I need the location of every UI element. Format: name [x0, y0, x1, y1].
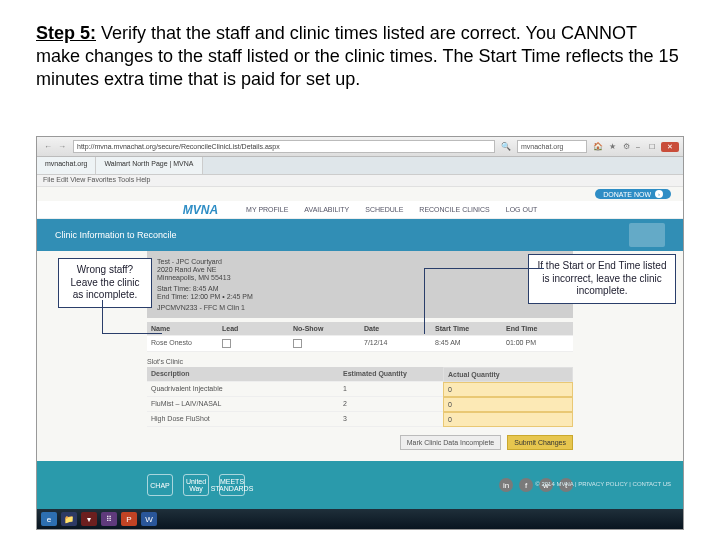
search-icon: 🔍	[501, 142, 511, 152]
logo-chap: CHAP	[147, 474, 173, 496]
nav-availability[interactable]: AVAILABILITY	[304, 206, 349, 213]
facebook-icon[interactable]: f	[519, 478, 533, 492]
search-provider[interactable]: mvnachat.org	[517, 140, 587, 153]
clinic-addr2: Minneapolis, MN 55413	[157, 274, 563, 281]
site-nav: MVNA MY PROFILE AVAILABILITY SCHEDULE RE…	[37, 201, 683, 219]
th-date: Date	[360, 322, 431, 336]
callout-time-incorrect: If the Start or End Time listed is incor…	[528, 254, 676, 304]
qty-row-3: High Dose FluShot 3 0	[147, 412, 573, 427]
noshow-checkbox[interactable]	[293, 339, 302, 348]
qh-est: Estimated Quantity	[339, 367, 443, 382]
qa1[interactable]: 0	[443, 382, 573, 397]
clinic-info: Test - JPC Courtyard 2020 Rand Ave NE Mi…	[147, 251, 573, 318]
window-controls: – ☐ ✕	[633, 142, 679, 152]
staff-row: Rose Onesto 7/12/14 8:45 AM 01:00 PM	[147, 336, 573, 352]
th-noshow: No-Show	[289, 322, 360, 336]
linkedin-icon[interactable]: in	[499, 478, 513, 492]
grid-icon[interactable]: ⠿	[101, 512, 117, 526]
qty-row-2: FluMist – LAIV/NASAL 2 0	[147, 397, 573, 412]
back-icon[interactable]: ←	[43, 142, 53, 152]
logo-standards: MEETS STANDARDS	[219, 474, 245, 496]
qe2: 2	[339, 397, 443, 412]
section-label: Slot's Clinic	[147, 358, 573, 365]
th-end: End Time	[502, 322, 573, 336]
td-noshow	[289, 336, 360, 352]
qty-row-1: Quadrivalent Injectable 1 0	[147, 382, 573, 397]
callout-right-connector-h	[424, 268, 544, 269]
qd2: FluMist – LAIV/NASAL	[147, 397, 339, 412]
browser-menu[interactable]: File Edit View Favorites Tools Help	[37, 175, 683, 187]
hero-thumb	[629, 223, 665, 247]
mark-incomplete-button[interactable]: Mark Clinic Data Incomplete	[400, 435, 502, 450]
donate-arrow-icon: ›	[655, 190, 663, 198]
forward-icon[interactable]: →	[57, 142, 67, 152]
donate-button[interactable]: DONATE NOW ›	[595, 189, 671, 199]
step-lead: Step 5:	[36, 23, 96, 43]
qd3: High Dose FluShot	[147, 412, 339, 427]
maximize-button[interactable]: ☐	[647, 142, 657, 152]
recorder-icon[interactable]: ▾	[81, 512, 97, 526]
clinic-code: JPCMVN233 - FFC M Clin 1	[157, 304, 563, 311]
gear-icon[interactable]: ⚙	[621, 142, 631, 152]
step-instruction: Step 5: Verify that the staff and clinic…	[0, 0, 720, 97]
footer-logos: CHAP United Way MEETS STANDARDS	[147, 474, 245, 496]
star-icon[interactable]: ★	[607, 142, 617, 152]
hero-bar: Clinic Information to Reconcile	[37, 219, 683, 251]
qd1: Quadrivalent Injectable	[147, 382, 339, 397]
address-bar[interactable]: http://mvna.mvnachat.org/secure/Reconcil…	[73, 140, 495, 153]
word-icon[interactable]: W	[141, 512, 157, 526]
nav-profile[interactable]: MY PROFILE	[246, 206, 288, 213]
td-date: 7/12/14	[360, 336, 431, 352]
brand-logo[interactable]: MVNA	[183, 203, 218, 217]
qty-table: Description Estimated Quantity Actual Qu…	[147, 367, 573, 427]
qa3[interactable]: 0	[443, 412, 573, 427]
site-footer: CHAP United Way MEETS STANDARDS in f w t…	[37, 461, 683, 509]
clinic-end: End Time: 12:00 PM • 2:45 PM	[157, 293, 563, 300]
th-start: Start Time	[431, 322, 502, 336]
td-lead	[218, 336, 289, 352]
form-buttons: Mark Clinic Data Incomplete Submit Chang…	[147, 435, 573, 450]
qe1: 1	[339, 382, 443, 397]
minimize-button[interactable]: –	[633, 142, 643, 152]
tab-2[interactable]: Walmart North Page | MVNA	[96, 157, 202, 174]
qh-act: Actual Quantity	[443, 367, 573, 382]
callout-left-connector	[102, 300, 162, 334]
staff-table: Name Lead No-Show Date Start Time End Ti…	[147, 322, 573, 352]
nav-schedule[interactable]: SCHEDULE	[365, 206, 403, 213]
td-end: 01:00 PM	[502, 336, 573, 352]
browser-tabs: mvnachat.org Walmart North Page | MVNA	[37, 157, 683, 175]
step-body: Verify that the staff and clinic times l…	[36, 23, 679, 89]
hero-title: Clinic Information to Reconcile	[55, 230, 177, 240]
staff-header: Name Lead No-Show Date Start Time End Ti…	[147, 322, 573, 336]
powerpoint-icon[interactable]: P	[121, 512, 137, 526]
qe3: 3	[339, 412, 443, 427]
clinic-start: Start Time: 8:45 AM	[157, 285, 563, 292]
th-lead: Lead	[218, 322, 289, 336]
explorer-icon[interactable]: 📁	[61, 512, 77, 526]
qh-desc: Description	[147, 367, 339, 382]
donate-label: DONATE NOW	[603, 191, 651, 198]
ie-icon[interactable]: e	[41, 512, 57, 526]
footer-legal: © 2014 MVNA | PRIVACY POLICY | CONTACT U…	[535, 481, 671, 487]
nav-reconcile[interactable]: RECONCILE CLINICS	[419, 206, 489, 213]
close-button[interactable]: ✕	[661, 142, 679, 152]
browser-toolbar: ← → http://mvna.mvnachat.org/secure/Reco…	[37, 137, 683, 157]
nav-logout[interactable]: LOG OUT	[506, 206, 538, 213]
windows-taskbar: e 📁 ▾ ⠿ P W	[37, 509, 683, 529]
td-start: 8:45 AM	[431, 336, 502, 352]
logo-unitedway: United Way	[183, 474, 209, 496]
lead-checkbox[interactable]	[222, 339, 231, 348]
qa2[interactable]: 0	[443, 397, 573, 412]
callout-right-connector-v	[424, 268, 425, 334]
clinic-name: Test - JPC Courtyard	[157, 258, 563, 265]
tab-1[interactable]: mvnachat.org	[37, 157, 96, 174]
td-name: Rose Onesto	[147, 336, 218, 352]
home-icon[interactable]: 🏠	[593, 142, 603, 152]
qty-header: Description Estimated Quantity Actual Qu…	[147, 367, 573, 382]
submit-button[interactable]: Submit Changes	[507, 435, 573, 450]
